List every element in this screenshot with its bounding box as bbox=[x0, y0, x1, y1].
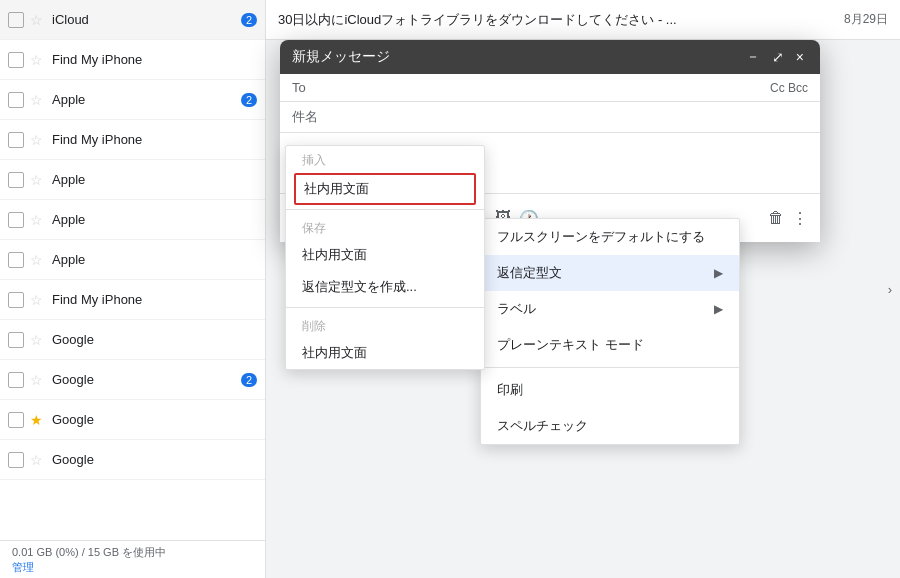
email-item-findmyiphone2[interactable]: ☆ Find My iPhone bbox=[0, 120, 265, 160]
manage-link[interactable]: 管理 bbox=[12, 560, 253, 575]
compose-to-field[interactable]: To Cc Bcc bbox=[280, 74, 820, 102]
email-item-apple4[interactable]: ☆ Apple bbox=[0, 240, 265, 280]
email-sender: Find My iPhone bbox=[52, 52, 257, 67]
menu-divider bbox=[286, 307, 484, 308]
shanaiyou-delete-label: 社内用文面 bbox=[302, 345, 367, 360]
email-date: 8月29日 bbox=[844, 11, 888, 28]
storage-bar: 0.01 GB (0%) / 15 GB を使用中 管理 bbox=[0, 540, 266, 578]
compose-subject-label: 件名 bbox=[292, 108, 318, 126]
email-checkbox[interactable] bbox=[8, 172, 24, 188]
plain-text-item[interactable]: プレーンテキスト モード bbox=[481, 327, 739, 363]
save-section-title: 保存 bbox=[286, 214, 484, 239]
email-sender: Find My iPhone bbox=[52, 132, 257, 147]
fullscreen-default-label: フルスクリーンをデフォルトにする bbox=[497, 228, 705, 246]
create-canned-item[interactable]: 返信定型文を作成... bbox=[286, 271, 484, 303]
shanaiyou-delete-item[interactable]: 社内用文面 bbox=[286, 337, 484, 369]
email-checkbox[interactable] bbox=[8, 452, 24, 468]
compose-ccbcc[interactable]: Cc Bcc bbox=[770, 81, 808, 95]
email-badge: 2 bbox=[241, 93, 257, 107]
email-checkbox[interactable] bbox=[8, 332, 24, 348]
email-sender: Find My iPhone bbox=[52, 292, 257, 307]
email-badge: 2 bbox=[241, 13, 257, 27]
label-item[interactable]: ラベル ▶ bbox=[481, 291, 739, 327]
email-sender: Apple bbox=[52, 212, 257, 227]
email-checkbox[interactable] bbox=[8, 372, 24, 388]
shanaiyou-save-item[interactable]: 社内用文面 bbox=[286, 239, 484, 271]
email-list: ☆ iCloud 2 ☆ Find My iPhone ☆ Apple 2 ☆ … bbox=[0, 0, 266, 540]
star-icon[interactable]: ☆ bbox=[30, 332, 46, 348]
print-label: 印刷 bbox=[497, 381, 523, 399]
canned-response-label: 返信定型文 bbox=[497, 264, 562, 282]
email-sender: Apple bbox=[52, 252, 257, 267]
star-icon[interactable]: ☆ bbox=[30, 132, 46, 148]
email-item-apple3[interactable]: ☆ Apple bbox=[0, 200, 265, 240]
fullscreen-default-item[interactable]: フルスクリーンをデフォルトにする bbox=[481, 219, 739, 255]
email-checkbox[interactable] bbox=[8, 412, 24, 428]
label-label: ラベル bbox=[497, 300, 536, 318]
delete-section-title: 削除 bbox=[286, 312, 484, 337]
star-icon[interactable]: ☆ bbox=[30, 292, 46, 308]
chevron-right-icon: ▶ bbox=[714, 302, 723, 316]
delete-icon[interactable]: 🗑 bbox=[768, 209, 784, 227]
email-checkbox[interactable] bbox=[8, 292, 24, 308]
shanaiyou-insert-label: 社内用文面 bbox=[304, 181, 369, 196]
email-item-google3[interactable]: ★ Google bbox=[0, 400, 265, 440]
spellcheck-item[interactable]: スペルチェック bbox=[481, 408, 739, 444]
email-sender: Google bbox=[52, 332, 257, 347]
shanaiyou-save-label: 社内用文面 bbox=[302, 247, 367, 262]
right-arrow-button[interactable]: › bbox=[880, 269, 900, 309]
shanaiyou-insert-item[interactable]: 社内用文面 bbox=[294, 173, 476, 205]
spellcheck-label: スペルチェック bbox=[497, 417, 588, 435]
context-menu-inner: 挿入 社内用文面 保存 社内用文面 返信定型文を作成... 削除 社内用文面 bbox=[285, 145, 485, 370]
email-badge: 2 bbox=[241, 373, 257, 387]
email-checkbox[interactable] bbox=[8, 252, 24, 268]
menu-divider bbox=[286, 209, 484, 210]
email-subject: 30日以内にiCloudフォトライブラリをダウンロードしてください - ... bbox=[278, 11, 844, 29]
email-item-icloud[interactable]: ☆ iCloud 2 bbox=[0, 0, 265, 40]
email-checkbox[interactable] bbox=[8, 92, 24, 108]
star-icon[interactable]: ☆ bbox=[30, 52, 46, 68]
email-sender: Google bbox=[52, 372, 237, 387]
chevron-right-icon: ▶ bbox=[714, 266, 723, 280]
email-checkbox[interactable] bbox=[8, 52, 24, 68]
email-checkbox[interactable] bbox=[8, 132, 24, 148]
more-options-icon[interactable]: ⋮ bbox=[792, 209, 808, 228]
email-header-bar: 30日以内にiCloudフォトライブラリをダウンロードしてください - ... … bbox=[266, 0, 900, 40]
email-item-google4[interactable]: ☆ Google bbox=[0, 440, 265, 480]
email-item-apple1[interactable]: ☆ Apple 2 bbox=[0, 80, 265, 120]
star-icon[interactable]: ☆ bbox=[30, 212, 46, 228]
compose-header: 新規メッセージ － ⤢ × bbox=[280, 40, 820, 74]
star-icon[interactable]: ☆ bbox=[30, 452, 46, 468]
plain-text-label: プレーンテキスト モード bbox=[497, 336, 644, 354]
print-item[interactable]: 印刷 bbox=[481, 372, 739, 408]
star-icon[interactable]: ☆ bbox=[30, 252, 46, 268]
email-sender: Apple bbox=[52, 92, 237, 107]
star-icon[interactable]: ★ bbox=[30, 412, 46, 428]
compose-subject-field[interactable]: 件名 bbox=[280, 102, 820, 133]
create-canned-label: 返信定型文を作成... bbox=[302, 279, 417, 294]
star-icon[interactable]: ☆ bbox=[30, 172, 46, 188]
compose-maximize-button[interactable]: ⤢ bbox=[768, 49, 788, 65]
chevron-right-icon: › bbox=[888, 282, 892, 297]
email-sender: Google bbox=[52, 452, 257, 467]
email-item-findmyiphone1[interactable]: ☆ Find My iPhone bbox=[0, 40, 265, 80]
storage-text: 0.01 GB (0%) / 15 GB を使用中 bbox=[12, 545, 253, 560]
star-icon[interactable]: ☆ bbox=[30, 372, 46, 388]
email-sender: Google bbox=[52, 412, 257, 427]
email-item-findmyiphone3[interactable]: ☆ Find My iPhone bbox=[0, 280, 265, 320]
insert-section-title: 挿入 bbox=[286, 146, 484, 171]
star-icon[interactable]: ☆ bbox=[30, 12, 46, 28]
compose-close-button[interactable]: × bbox=[792, 49, 808, 65]
canned-response-item[interactable]: 返信定型文 ▶ bbox=[481, 255, 739, 291]
email-sender: Apple bbox=[52, 172, 257, 187]
compose-title: 新規メッセージ bbox=[292, 48, 738, 66]
email-item-google1[interactable]: ☆ Google bbox=[0, 320, 265, 360]
star-icon[interactable]: ☆ bbox=[30, 92, 46, 108]
compose-to-label: To bbox=[292, 80, 306, 95]
compose-minimize-button[interactable]: － bbox=[742, 48, 764, 66]
email-item-apple2[interactable]: ☆ Apple bbox=[0, 160, 265, 200]
email-checkbox[interactable] bbox=[8, 212, 24, 228]
email-item-google2[interactable]: ☆ Google 2 bbox=[0, 360, 265, 400]
email-sender: iCloud bbox=[52, 12, 237, 27]
email-checkbox[interactable] bbox=[8, 12, 24, 28]
